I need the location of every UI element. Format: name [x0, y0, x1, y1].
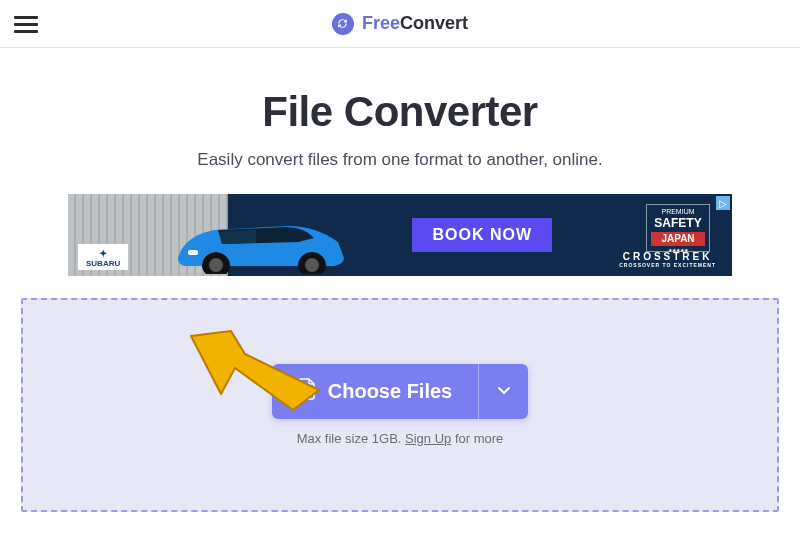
svg-point-3 [305, 258, 319, 272]
hamburger-menu-button[interactable] [14, 12, 38, 37]
chevron-down-icon [497, 383, 511, 400]
choose-files-button[interactable]: Choose Files [272, 364, 478, 419]
choose-files-group: Choose Files [272, 364, 528, 419]
page-subtitle: Easily convert files from one format to … [20, 150, 780, 170]
refresh-icon [332, 13, 354, 35]
sign-up-link[interactable]: Sign Up [405, 431, 451, 446]
file-dropzone[interactable]: Choose Files Max file size 1GB. Sign Up … [21, 298, 779, 512]
ad-brand-logo: ✦ SUBARU [78, 244, 128, 270]
svg-point-1 [209, 258, 223, 272]
main-content: File Converter Easily convert files from… [0, 48, 800, 512]
choose-files-dropdown-button[interactable] [478, 364, 528, 419]
logo[interactable]: FreeConvert [332, 13, 468, 35]
page-title: File Converter [20, 88, 780, 136]
svg-rect-4 [188, 250, 198, 255]
file-size-hint: Max file size 1GB. Sign Up for more [297, 431, 504, 446]
logo-text: FreeConvert [362, 13, 468, 34]
advertisement-banner[interactable]: ✦ SUBARU BOOK NOW PREMIUM SAFETY JAPAN ★… [68, 194, 732, 276]
ad-safety-badge: PREMIUM SAFETY JAPAN ★★★★★ [646, 204, 710, 252]
header: FreeConvert [0, 0, 800, 48]
adchoices-icon[interactable]: ▷ [716, 196, 730, 210]
ad-cta-button[interactable]: BOOK NOW [412, 218, 552, 252]
file-add-icon [298, 378, 316, 405]
ad-car-image [158, 212, 358, 274]
choose-files-label: Choose Files [328, 380, 452, 403]
ad-model-name: CROSSTREK CROSSOVER TO EXCITEMENT [619, 251, 716, 268]
